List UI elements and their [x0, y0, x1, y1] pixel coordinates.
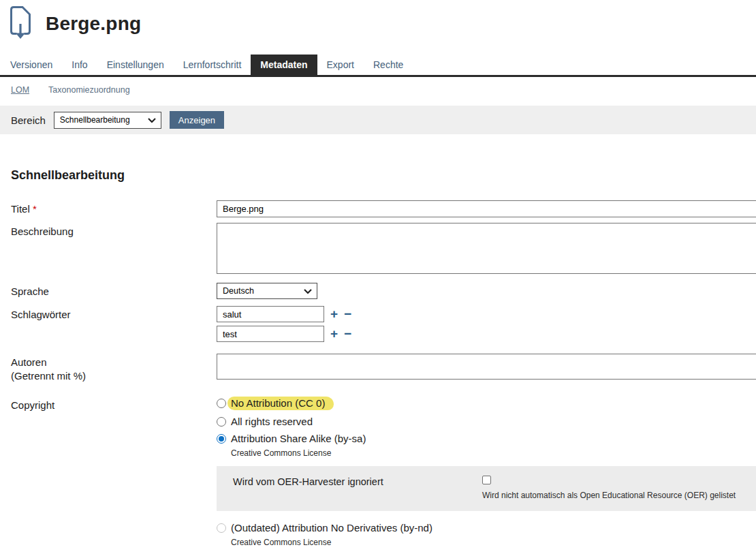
copyright-option-by-nd: (Outdated) Attribution No Derivatives (b… — [217, 522, 756, 534]
option-label[interactable]: (Outdated) Attribution No Derivatives (b… — [231, 522, 432, 534]
section-heading: Schnellbearbeitung — [11, 168, 756, 183]
copyright-option-cc0: No Attribution (CC 0) — [217, 397, 756, 410]
tab-einstellungen[interactable]: Einstellungen — [97, 55, 174, 75]
remove-keyword-button[interactable]: − — [344, 328, 351, 340]
cc-license-note: Creative Commons License — [231, 538, 756, 547]
bereich-select[interactable]: Schnellbearbeitung — [54, 112, 161, 129]
page-title: Berge.png — [46, 13, 141, 35]
title-input[interactable] — [217, 200, 756, 217]
copyright-option-by-sa: Attribution Share Alike (by-sa) — [217, 433, 756, 444]
radio-button[interactable] — [217, 417, 226, 427]
subtab-lom[interactable]: LOM — [11, 85, 29, 95]
radio-button[interactable] — [217, 399, 226, 408]
quick-edit-form: Schnellbearbeitung Titel * Beschreibung … — [0, 134, 756, 555]
authors-input[interactable] — [217, 354, 756, 380]
keyword-input-2[interactable] — [217, 326, 324, 342]
form-row-copyright: Copyright No Attribution (CC 0) All righ… — [11, 397, 756, 555]
anzeigen-button[interactable]: Anzeigen — [170, 111, 224, 129]
authors-label: Autoren (Getrennt mit %) — [11, 354, 217, 383]
language-select-wrap: Deutsch — [217, 283, 317, 299]
page-header: Berge.png — [0, 0, 756, 49]
copyright-label: Copyright — [11, 397, 217, 412]
keyword-input-1[interactable] — [217, 306, 324, 322]
remove-keyword-button[interactable]: − — [344, 308, 351, 320]
form-row-title: Titel * — [11, 200, 756, 217]
oer-harvester-box: Wird vom OER-Harvester ignoriert Wird ni… — [217, 466, 756, 511]
add-keyword-button[interactable]: + — [330, 308, 338, 320]
copyright-option-all-rights: All rights reserved — [217, 416, 756, 427]
form-row-language: Sprache Deutsch — [11, 283, 756, 299]
language-label: Sprache — [11, 283, 217, 298]
radio-button-disabled[interactable] — [217, 523, 226, 533]
tab-metadaten[interactable]: Metadaten — [251, 55, 317, 75]
bereich-toolbar: Bereich Schnellbearbeitung Anzeigen — [0, 106, 756, 134]
option-label[interactable]: All rights reserved — [231, 416, 313, 427]
tab-export[interactable]: Export — [317, 55, 364, 75]
keyword-line: + − — [217, 326, 756, 342]
main-tabbar: Versionen Info Einstellungen Lernfortsch… — [0, 55, 756, 77]
title-label: Titel * — [11, 200, 217, 216]
oer-harvester-checkbox[interactable] — [482, 476, 491, 484]
oer-harvester-note: Wird nicht automatisch als Open Educatio… — [482, 491, 745, 500]
tab-rechte[interactable]: Rechte — [364, 55, 413, 75]
option-label[interactable]: Attribution Share Alike (by-sa) — [231, 433, 366, 444]
oer-harvester-label: Wird vom OER-Harvester ignoriert — [233, 476, 482, 501]
required-marker: * — [33, 203, 37, 215]
keyword-line: + − — [217, 306, 756, 322]
tab-lernfortschritt[interactable]: Lernfortschritt — [174, 55, 251, 75]
bereich-select-wrap: Schnellbearbeitung — [54, 112, 161, 129]
tab-info[interactable]: Info — [62, 55, 97, 75]
file-download-icon — [7, 5, 34, 42]
bereich-label: Bereich — [11, 114, 46, 126]
form-row-keywords: Schlagwörter + − + − — [11, 306, 756, 345]
cc-license-note: Creative Commons License — [231, 448, 756, 458]
description-label: Beschreibung — [11, 223, 217, 238]
sub-tabbar: LOM Taxonomiezuordnung — [0, 77, 756, 106]
radio-button-checked[interactable] — [217, 434, 226, 444]
description-textarea[interactable] — [217, 223, 756, 274]
keywords-label: Schlagwörter — [11, 306, 217, 322]
language-select[interactable]: Deutsch — [217, 283, 317, 299]
form-row-description: Beschreibung — [11, 223, 756, 277]
tab-versionen[interactable]: Versionen — [0, 55, 62, 75]
subtab-taxonomiezuordnung[interactable]: Taxonomiezuordnung — [48, 85, 130, 95]
add-keyword-button[interactable]: + — [330, 328, 338, 340]
highlighted-option-label[interactable]: No Attribution (CC 0) — [227, 397, 334, 410]
form-row-authors: Autoren (Getrennt mit %) — [11, 354, 756, 383]
